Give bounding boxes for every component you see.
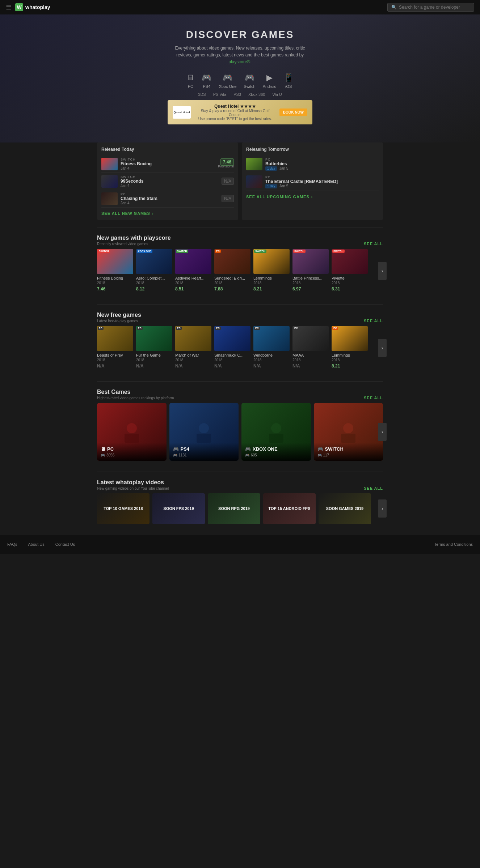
ps4-controller-icon: 🎮 — [173, 453, 177, 457]
aero-card-thumb: XBOX ONE — [136, 249, 172, 274]
logo[interactable]: W whatoplay — [15, 3, 50, 11]
best-game-xbox-one[interactable]: 🎮 XBOX ONE 🎮 605 — [241, 403, 311, 461]
ad-book-now-button[interactable]: BOOK NOW — [279, 109, 307, 116]
game-card-lemmings[interactable]: SWITCH Lemmings 2018 8.21 — [253, 249, 290, 292]
lemmings-free-card-thumb: PC — [332, 326, 368, 351]
latest-videos-see-all[interactable]: SEE ALL — [364, 486, 383, 490]
android-icon: ▶ — [266, 73, 273, 82]
platform-xbox360[interactable]: Xbox 360 — [248, 92, 265, 97]
playscore-link[interactable]: playscore® — [228, 59, 250, 64]
release-item-99seconds[interactable]: SWITCH 99Seconds Jan 4 N/A — [101, 173, 234, 190]
pc-platform-label: 🖥 PC — [101, 446, 163, 452]
aero-card-name: Aero: Complet... — [136, 276, 172, 280]
new-games-playscore-section: New games with playscore Recently review… — [97, 235, 383, 293]
platform-wii-u[interactable]: Wii U — [272, 92, 282, 97]
fitness-boxing-name: Fitness Boxing — [121, 161, 215, 166]
best-game-ps4[interactable]: 🎮 PS4 🎮 1131 — [169, 403, 239, 461]
beasts-card-score: N/A — [97, 363, 133, 369]
ad-title: Quest Hotel ★★★★ — [194, 104, 276, 109]
video-card-fps2019[interactable]: SOON FPS 2019 — [152, 493, 205, 524]
release-item-eternal-castle[interactable]: PC The Eternal Castle [REMASTERED] 1 day… — [246, 173, 379, 191]
platform-ps-vita[interactable]: PS Vita — [213, 92, 227, 97]
video-card-android-fps[interactable]: TOP 15 ANDROID FPS — [263, 493, 316, 524]
best-games-scroll-right-button[interactable]: › — [378, 423, 387, 441]
game-card-windborne[interactable]: PC Windborne 2018 N/A — [253, 326, 290, 369]
video-card-soon-games[interactable]: SOON GAMES 2019 — [319, 493, 371, 524]
game-card-march[interactable]: PC March of War 2018 N/A — [175, 326, 211, 369]
chasing-thumb — [101, 192, 118, 205]
butterbies-name: Butterbies — [265, 161, 379, 166]
viviette-card-score: 6.31 — [332, 286, 368, 292]
see-all-upcoming-games-link[interactable]: SEE ALL UPCOMING GAMES › — [246, 195, 379, 199]
platform-ps4[interactable]: 🎮 PS4 — [202, 73, 211, 89]
menu-icon[interactable]: ☰ — [6, 3, 12, 11]
releasing-tomorrow-panel: Releasing Tomorrow PC Butterbies 1 day J… — [242, 142, 383, 220]
footer-faqs-link[interactable]: FAQs — [7, 542, 17, 546]
lemmings-free-card-year: 2018 — [332, 358, 368, 362]
videos-scroll-right-button[interactable]: › — [378, 499, 387, 518]
see-all-new-games-link[interactable]: SEE ALL NEW GAMES › — [101, 211, 234, 216]
game-card-viviette[interactable]: SWITCH Viviette 2018 6.31 — [332, 249, 368, 292]
platform-android[interactable]: ▶ Android — [263, 73, 277, 89]
game-card-smashmuck[interactable]: PC Smashmuck C... 2018 N/A — [214, 326, 250, 369]
video-cards: TOP 10 GAMES 2018 SOON FPS 2019 SOON RPG… — [97, 493, 383, 524]
best-games-see-all[interactable]: SEE ALL — [364, 396, 383, 400]
platform-xbox-one[interactable]: 🎮 Xbox One — [219, 73, 236, 89]
footer-about-link[interactable]: About Us — [28, 542, 45, 546]
platform-3ds[interactable]: 3DS — [198, 92, 206, 97]
game-card-asdivine[interactable]: SWITCH Asdivine Heart... 2018 8.51 — [175, 249, 211, 292]
svg-point-6 — [343, 423, 353, 433]
new-free-games-section: New free games Latest free-to-play games… — [97, 312, 383, 370]
switch-platform-icon: 🎮 — [317, 446, 323, 452]
game-card-fur[interactable]: PC Fur the Game 2018 N/A — [136, 326, 172, 369]
platform-icons: 🖥 PC 🎮 PS4 🎮 Xbox One 🎮 Switch ▶ Android… — [7, 73, 473, 89]
hero-title: DISCOVER GAMES — [7, 29, 473, 41]
release-item-butterbies[interactable]: PC Butterbies 1 day Jan 5 — [246, 156, 379, 173]
best-game-pc[interactable]: 🖥 PC 🎮 3056 — [97, 403, 167, 461]
platform-ps3[interactable]: PS3 — [233, 92, 241, 97]
fitness-boxing-thumb — [101, 158, 118, 170]
beasts-card-thumb: PC — [97, 326, 133, 351]
pc-platform-icon: 🖥 — [101, 446, 105, 452]
new-games-playscore-see-all[interactable]: SEE ALL — [364, 242, 383, 246]
game-card-lemmings-free[interactable]: PC Lemmings 2018 8.21 — [332, 326, 368, 369]
new-games-scroll-right-button[interactable]: › — [378, 262, 387, 280]
search-bar[interactable]: 🔍 — [387, 3, 474, 12]
sundered-card-name: Sundered: Eldri... — [214, 276, 250, 280]
chasing-platform: PC — [121, 192, 219, 196]
game-card-beasts[interactable]: PC Beasts of Prey 2018 N/A — [97, 326, 133, 369]
free-games-scroll-right-button[interactable]: › — [378, 339, 387, 357]
battle-platform-badge: SWITCH — [293, 250, 306, 253]
video-card-top10[interactable]: TOP 10 GAMES 2018 — [97, 493, 150, 524]
beasts-platform-badge: PC — [98, 327, 104, 330]
new-free-games-see-all[interactable]: SEE ALL — [364, 319, 383, 323]
aero-card-score: 8.12 — [136, 286, 172, 292]
footer-terms-link[interactable]: Terms and Conditions — [434, 542, 473, 546]
game-card-maaa[interactable]: PC MAAA 2018 N/A — [292, 326, 329, 369]
new-games-playscore-subtitle: Recently reviewed video games — [97, 242, 171, 246]
latest-videos-header: Latest whatoplay videos New gaming video… — [97, 479, 383, 490]
smashmuck-card-thumb: PC — [214, 326, 250, 351]
platform-switch[interactable]: 🎮 Switch — [244, 73, 255, 89]
svg-rect-3 — [197, 434, 211, 443]
game-card-fitness[interactable]: SWITCH Fitness Boxing 2018 7.46 — [97, 249, 133, 292]
footer: FAQs About Us Contact Us Terms and Condi… — [0, 535, 480, 554]
best-game-switch[interactable]: 🎮 SWITCH 🎮 117 — [314, 403, 383, 461]
xbone-controller-icon: 🎮 — [245, 453, 249, 457]
svg-rect-5 — [269, 434, 283, 443]
new-free-games-title: New free games — [97, 312, 141, 318]
game-card-sundered[interactable]: PC Sundered: Eldri... 2018 7.88 — [214, 249, 250, 292]
sundered-card-year: 2018 — [214, 281, 250, 285]
footer-contact-link[interactable]: Contact Us — [55, 542, 75, 546]
search-input[interactable] — [399, 5, 470, 10]
video-card-rpg2019[interactable]: SOON RPG 2019 — [208, 493, 260, 524]
release-item-fitness-boxing[interactable]: SWITCH Fitness Boxing Jan 4 7.46 Provisi… — [101, 156, 234, 173]
release-item-chasing[interactable]: PC Chasing the Stars Jan 4 N/A — [101, 190, 234, 208]
released-today-title: Released Today — [101, 147, 234, 152]
march-card-name: March of War — [175, 353, 211, 357]
platform-pc[interactable]: 🖥 PC — [186, 73, 194, 89]
game-card-aero[interactable]: XBOX ONE Aero: Complet... 2018 8.12 — [136, 249, 172, 292]
svg-rect-1 — [125, 434, 139, 443]
platform-ios[interactable]: 📱 iOS — [284, 73, 294, 89]
game-card-battle-princess[interactable]: SWITCH Battle Princess... 2018 6.97 — [292, 249, 329, 292]
